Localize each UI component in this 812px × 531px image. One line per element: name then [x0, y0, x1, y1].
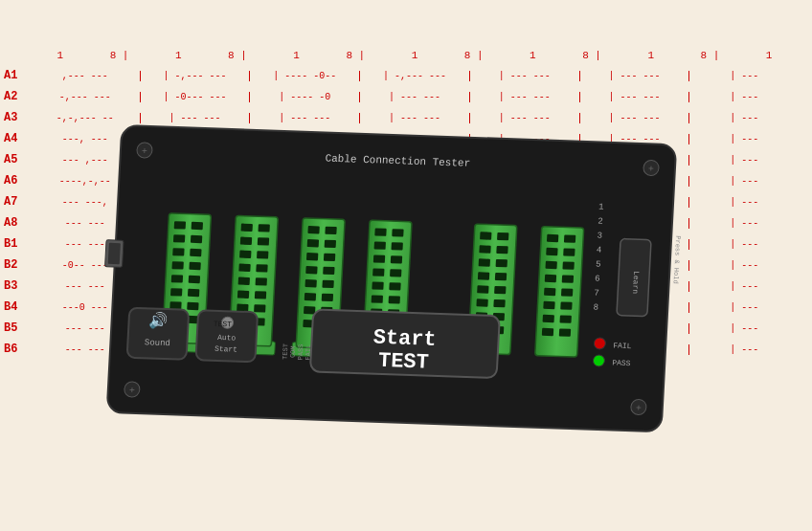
- svg-rect-43: [237, 291, 249, 299]
- svg-rect-51: [307, 226, 319, 233]
- svg-rect-104: [564, 234, 575, 242]
- svg-rect-60: [322, 280, 333, 288]
- svg-rect-109: [545, 275, 556, 282]
- svg-text:3: 3: [597, 232, 602, 241]
- svg-point-148: [593, 355, 605, 366]
- svg-rect-16: [192, 222, 203, 230]
- svg-rect-108: [562, 261, 574, 269]
- num-1e: 1: [504, 50, 563, 61]
- svg-rect-35: [240, 237, 252, 245]
- svg-text:Start: Start: [214, 344, 237, 354]
- svg-rect-69: [374, 228, 386, 235]
- svg-text:🔊: 🔊: [148, 311, 169, 331]
- svg-rect-94: [477, 285, 488, 293]
- svg-rect-38: [257, 251, 268, 258]
- svg-rect-39: [238, 264, 250, 272]
- svg-rect-42: [256, 277, 267, 285]
- svg-text:PASS: PASS: [612, 358, 631, 367]
- number-row: 1 8 | 1 8 | 1 8 | 1 8 | 1 8 | 1 8 | 1: [4, 50, 799, 61]
- svg-rect-78: [389, 282, 400, 290]
- svg-rect-52: [325, 227, 336, 234]
- row-label: B4: [4, 300, 31, 314]
- svg-rect-73: [373, 254, 385, 262]
- svg-rect-70: [392, 229, 403, 236]
- svg-rect-20: [190, 249, 201, 256]
- row-label: B3: [4, 279, 31, 293]
- svg-rect-106: [563, 248, 575, 255]
- svg-rect-23: [171, 275, 183, 282]
- svg-rect-76: [390, 269, 401, 277]
- svg-rect-112: [561, 288, 573, 296]
- num-8e: 8 |: [562, 50, 621, 61]
- svg-text:8: 8: [593, 303, 598, 313]
- svg-text:2: 2: [598, 217, 603, 227]
- svg-rect-53: [307, 239, 319, 247]
- row-label: A7: [4, 195, 31, 209]
- row-label: A8: [4, 216, 31, 230]
- svg-rect-118: [559, 328, 571, 336]
- svg-rect-116: [560, 315, 572, 322]
- svg-rect-54: [325, 240, 336, 248]
- svg-text:+: +: [648, 164, 655, 174]
- svg-rect-105: [546, 248, 557, 255]
- num-1c: 1: [267, 50, 327, 61]
- row-label: A4: [4, 132, 31, 145]
- row-label: A1: [4, 69, 31, 82]
- svg-rect-80: [389, 296, 400, 303]
- svg-rect-25: [170, 288, 182, 296]
- num-8b: 8 |: [208, 50, 267, 61]
- svg-rect-33: [241, 224, 253, 232]
- svg-rect-58: [323, 267, 334, 275]
- svg-rect-44: [255, 291, 266, 299]
- svg-text:7: 7: [594, 289, 599, 299]
- svg-rect-86: [480, 232, 491, 239]
- svg-rect-93: [495, 273, 507, 280]
- svg-text:FAIL: FAIL: [613, 341, 632, 350]
- svg-rect-40: [256, 264, 267, 272]
- svg-rect-24: [189, 276, 200, 283]
- svg-rect-79: [372, 295, 383, 302]
- svg-rect-117: [542, 328, 553, 336]
- svg-rect-71: [374, 241, 386, 249]
- svg-text:+: +: [142, 146, 148, 157]
- svg-text:6: 6: [595, 275, 600, 284]
- row-label: B5: [4, 321, 31, 335]
- svg-rect-62: [322, 294, 333, 301]
- row-label: A6: [4, 174, 31, 188]
- num-1b: 1: [148, 50, 208, 61]
- svg-rect-91: [496, 259, 508, 267]
- num-1: 1: [31, 50, 90, 61]
- svg-rect-115: [543, 315, 554, 322]
- num-8a: 8 |: [90, 50, 149, 61]
- row-label: B2: [4, 258, 31, 272]
- svg-rect-88: [479, 245, 490, 253]
- svg-text:Sound: Sound: [145, 338, 170, 348]
- svg-rect-111: [544, 288, 555, 296]
- num-8f: 8 |: [681, 50, 740, 61]
- svg-text:TEST: TEST: [377, 349, 429, 375]
- device-image: + + + + Cable Connection Tester: [96, 77, 718, 459]
- svg-text:+: +: [636, 403, 643, 413]
- svg-rect-107: [545, 261, 556, 269]
- num-8c: 8 |: [326, 50, 385, 61]
- svg-rect-96: [476, 299, 487, 306]
- svg-rect-18: [191, 235, 202, 243]
- row-label: B1: [4, 237, 31, 251]
- svg-point-146: [594, 338, 606, 349]
- svg-rect-90: [479, 258, 490, 266]
- svg-rect-113: [543, 301, 554, 309]
- svg-rect-26: [188, 289, 199, 297]
- svg-rect-74: [391, 255, 402, 263]
- svg-rect-56: [324, 254, 335, 261]
- svg-rect-114: [560, 301, 572, 309]
- svg-rect-22: [189, 262, 200, 270]
- svg-rect-87: [497, 232, 508, 240]
- svg-rect-95: [494, 286, 506, 294]
- svg-rect-97: [493, 299, 505, 307]
- num-1f: 1: [621, 50, 681, 61]
- svg-rect-12: [108, 243, 121, 264]
- svg-text:+: +: [128, 386, 135, 396]
- svg-text:1: 1: [598, 203, 604, 212]
- svg-rect-63: [304, 306, 315, 314]
- svg-text:Start: Start: [372, 326, 437, 352]
